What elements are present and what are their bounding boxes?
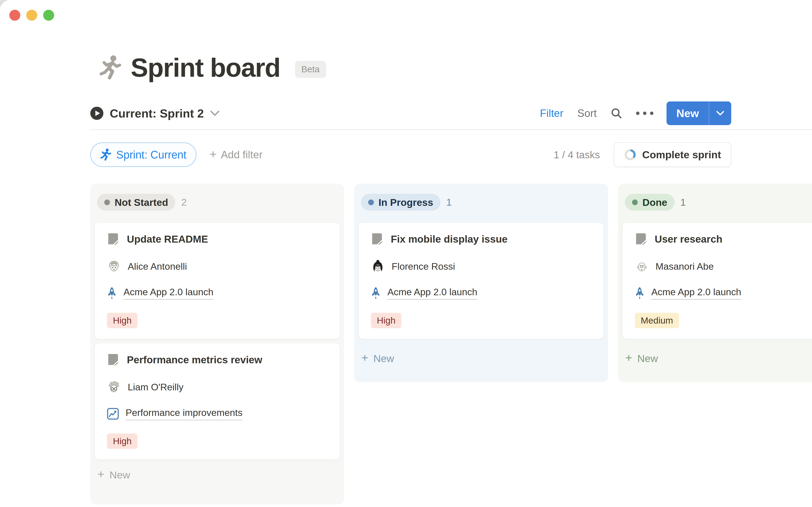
column-header: Not Started 2 — [97, 194, 340, 211]
page-icon — [635, 233, 647, 245]
project-link[interactable]: Acme App 2.0 launch — [123, 287, 213, 300]
page-icon — [107, 353, 119, 366]
toolbar-actions: Filter Sort New — [540, 102, 731, 125]
avatar-masanori — [635, 260, 649, 274]
status-label: Done — [642, 196, 667, 208]
task-card-performance-metrics-review[interactable]: Performance metrics review Liam O'Reilly — [95, 343, 340, 460]
column-header: In Progress 1 — [361, 194, 604, 211]
rocket-icon — [107, 287, 117, 300]
plus-icon: + — [98, 468, 104, 480]
sort-button[interactable]: Sort — [577, 107, 597, 119]
filter-bar: Sprint: Current + Add filter 1 / 4 tasks… — [90, 142, 731, 168]
new-card-label: New — [373, 352, 394, 364]
new-button[interactable]: New — [666, 102, 709, 125]
beta-badge: Beta — [295, 61, 326, 78]
card-title: Fix mobile display issue — [391, 233, 507, 245]
add-filter-label: Add filter — [221, 149, 263, 161]
page-icon — [371, 233, 383, 245]
card-list: Fix mobile display issue Florence Rossi — [359, 223, 604, 339]
page-title: Sprint board — [131, 53, 280, 82]
status-label: In Progress — [379, 196, 433, 208]
more-options-button[interactable] — [636, 112, 653, 115]
column-count: 2 — [181, 196, 187, 208]
project-link[interactable]: Acme App 2.0 launch — [387, 287, 477, 300]
page-header: Sprint board Beta — [99, 50, 326, 86]
filter-button[interactable]: Filter — [540, 107, 563, 119]
project-link[interactable]: Performance improvements — [125, 407, 242, 420]
sprint-board-window: Sprint board Beta Current: Sprint 2 Filt… — [0, 0, 812, 507]
page-icon — [107, 233, 119, 245]
new-card-label: New — [637, 352, 658, 364]
assignee-name: Alice Antonelli — [128, 261, 187, 272]
column-count: 1 — [446, 196, 452, 208]
priority-tag: High — [107, 434, 138, 449]
assignee-name: Liam O'Reilly — [128, 382, 183, 393]
view-label: Current: Sprint 2 — [110, 107, 204, 120]
complete-sprint-label: Complete sprint — [642, 149, 721, 161]
avatar-alice — [107, 260, 121, 274]
runner-icon — [99, 55, 121, 80]
assignee-name: Florence Rossi — [392, 261, 455, 272]
task-progress-text: 1 / 4 tasks — [554, 149, 600, 161]
task-card-user-research[interactable]: User research Masanori Abe — [622, 223, 812, 339]
close-window-button[interactable] — [9, 10, 20, 21]
view-switcher[interactable]: Current: Sprint 2 — [90, 107, 219, 120]
card-title: Performance metrics review — [127, 354, 262, 365]
chevron-down-icon — [716, 111, 724, 116]
status-pill-in-progress[interactable]: In Progress — [361, 194, 440, 211]
task-card-fix-mobile-display-issue[interactable]: Fix mobile display issue Florence Rossi — [359, 223, 604, 339]
progress-ring-icon — [624, 149, 636, 161]
status-pill-not-started[interactable]: Not Started — [97, 194, 175, 211]
new-card-label: New — [110, 469, 130, 481]
status-dot — [632, 200, 638, 205]
new-split-button: New — [666, 102, 731, 125]
plus-icon: + — [361, 352, 368, 364]
task-card-update-readme[interactable]: Update README Alice Antonelli — [95, 223, 340, 339]
card-title: User research — [655, 233, 722, 245]
status-pill-done[interactable]: Done — [625, 194, 674, 211]
runner-icon — [100, 148, 111, 161]
avatar-florence — [371, 260, 385, 274]
rocket-icon — [635, 287, 645, 300]
card-list: Update README Alice Antonelli — [95, 223, 340, 460]
kanban-board: Not Started 2 Update README — [90, 184, 812, 504]
play-circle-icon — [90, 107, 103, 120]
minimize-window-button[interactable] — [26, 10, 37, 21]
column-header: Done 1 — [625, 194, 812, 211]
toolbar-divider — [90, 129, 812, 130]
assignee-name: Masanori Abe — [655, 261, 714, 272]
complete-sprint-button[interactable]: Complete sprint — [614, 143, 731, 167]
new-card-button[interactable]: + New — [361, 349, 604, 367]
column-in-progress: In Progress 1 Fix mobile display issue — [354, 184, 608, 382]
column-done: Done 1 User research — [618, 184, 812, 382]
status-dot — [368, 200, 374, 205]
sprint-filter-pill[interactable]: Sprint: Current — [90, 143, 197, 167]
priority-tag: High — [371, 313, 401, 328]
status-dot — [104, 200, 110, 205]
card-list: User research Masanori Abe — [622, 223, 812, 339]
sprint-filter-label: Sprint: Current — [116, 149, 186, 161]
view-toolbar: Current: Sprint 2 Filter Sort New — [90, 101, 731, 125]
search-icon — [611, 108, 622, 119]
plus-icon: + — [625, 352, 632, 364]
new-dropdown-button[interactable] — [709, 102, 731, 125]
search-button[interactable] — [611, 108, 622, 119]
column-not-started: Not Started 2 Update README — [90, 184, 344, 504]
plus-icon: + — [210, 148, 217, 160]
priority-tag: Medium — [635, 313, 679, 328]
window-controls — [9, 10, 54, 21]
active-filters: Sprint: Current + Add filter — [90, 143, 263, 167]
new-card-button[interactable]: + New — [625, 349, 812, 367]
priority-tag: High — [107, 313, 138, 328]
add-filter-button[interactable]: + Add filter — [210, 149, 263, 161]
avatar-liam — [107, 380, 121, 394]
chevron-down-icon — [210, 110, 219, 116]
zoom-window-button[interactable] — [43, 10, 54, 21]
new-card-button[interactable]: + New — [98, 466, 340, 484]
sprint-progress-area: 1 / 4 tasks Complete sprint — [554, 143, 731, 167]
ellipsis-icon — [636, 112, 653, 115]
status-label: Not Started — [115, 196, 168, 208]
card-title: Update README — [127, 233, 208, 245]
project-link[interactable]: Acme App 2.0 launch — [651, 287, 741, 300]
rocket-icon — [371, 287, 381, 300]
